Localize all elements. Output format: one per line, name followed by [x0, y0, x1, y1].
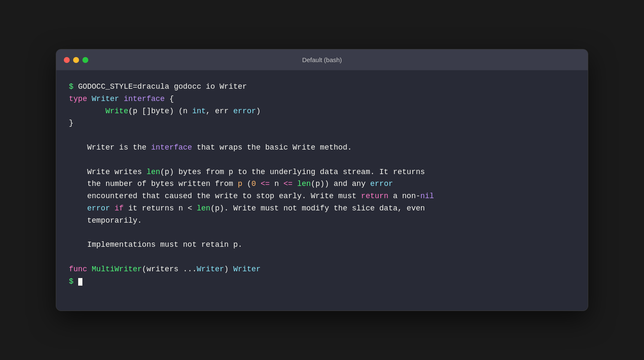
func-return-type: Writer — [233, 265, 261, 273]
doc-if-word: if — [115, 204, 124, 213]
window-title: Default (bash) — [302, 56, 342, 63]
doc-lte-1: <= — [261, 180, 270, 188]
type-writer: Writer — [92, 95, 119, 103]
doc-interface-word: interface — [151, 143, 192, 152]
type-error: error — [233, 107, 256, 115]
method-write: Write — [105, 107, 128, 115]
traffic-lights — [64, 57, 88, 63]
terminal-body[interactable]: $ GODOCC_STYLE=dracula godocc io Writer … — [56, 71, 588, 300]
doc-paren-0: ( — [243, 180, 252, 188]
cursor — [78, 278, 82, 286]
comma-err: , err — [206, 107, 233, 115]
minimize-button[interactable] — [73, 57, 79, 63]
doc-it-returns: it returns n < — [124, 204, 197, 213]
doc-line-3: the number of bytes written from p (0 <=… — [69, 178, 575, 190]
doc-writer-is: Writer is the — [87, 143, 151, 152]
doc-line-4: encountered that caused the write to sto… — [69, 190, 575, 202]
prompt-line: $ — [69, 275, 575, 288]
doc-lte-2: <= — [284, 180, 293, 188]
doc-len-3: len — [196, 204, 210, 213]
code-line-2: Write(p []byte) (n int, err error) — [69, 105, 575, 117]
paren-open: (p []byte) (n — [128, 107, 192, 115]
command-text: GODOCC_STYLE=dracula godocc io Writer — [78, 82, 247, 91]
command-line: $ GODOCC_STYLE=dracula godocc io Writer — [69, 81, 575, 93]
doc-encountered: encountered that caused the write to sto… — [87, 192, 361, 200]
func-line: func MultiWriter(writers ...Writer) Writ… — [69, 263, 575, 275]
paren-close: ) — [256, 107, 261, 115]
keyword-func: func — [69, 265, 87, 273]
doc-n: n — [270, 180, 283, 188]
doc-line-2: Write writes len(p) bytes from p to the … — [69, 166, 575, 178]
doc-line-7: Implementations must not retain p. — [69, 239, 575, 251]
doc-len-p-3: (p). Write must not modify the slice dat… — [210, 204, 425, 213]
doc-space-3 — [110, 204, 115, 213]
doc-line-5: error if it returns n < len(p). Write mu… — [69, 202, 575, 215]
empty-line-2 — [69, 154, 575, 166]
doc-len-2: len — [297, 180, 311, 188]
keyword-interface: interface — [124, 95, 165, 103]
doc-return-word: return — [361, 192, 388, 200]
doc-len-p-2: (p)) and any — [311, 180, 370, 188]
close-button[interactable] — [64, 57, 70, 63]
doc-space-1 — [256, 180, 261, 188]
prompt-dollar-2: $ — [69, 277, 74, 286]
func-param-type: Writer — [196, 265, 224, 273]
keyword-type: type — [69, 95, 87, 103]
brace-open: { — [169, 95, 174, 103]
doc-len-p-1: (p) bytes from p to the underlying data … — [160, 168, 425, 176]
empty-line-3 — [69, 227, 575, 239]
type-int: int — [192, 107, 206, 115]
doc-the-number: the number of bytes written from — [87, 180, 237, 188]
maximize-button[interactable] — [82, 57, 88, 63]
terminal-window: Default (bash) $ GODOCC_STYLE=dracula go… — [56, 49, 588, 311]
doc-len-1: len — [147, 168, 160, 176]
doc-space-2 — [292, 180, 297, 188]
doc-line-1: Writer is the interface that wraps the b… — [69, 142, 575, 154]
code-line-3: } — [69, 117, 575, 129]
doc-error-2: error — [87, 204, 110, 213]
empty-line-1 — [69, 129, 575, 142]
func-close-paren: ) — [224, 265, 233, 273]
func-params: (writers ... — [142, 265, 197, 273]
empty-line-4 — [69, 251, 575, 263]
doc-that-wraps: that wraps the basic Write method. — [192, 143, 352, 152]
doc-a-non: a non- — [388, 192, 420, 200]
doc-temporarily: temporarily. — [87, 216, 142, 225]
title-bar: Default (bash) — [56, 49, 588, 71]
doc-error-word: error — [370, 180, 393, 188]
funcname-multiwriter: MultiWriter — [92, 265, 142, 273]
doc-p-var: p — [238, 180, 243, 188]
doc-line-6: temporarily. — [69, 215, 575, 227]
doc-write-writes: Write writes — [87, 168, 146, 176]
prompt-dollar: $ — [69, 82, 74, 91]
doc-nil-word: nil — [420, 192, 434, 200]
doc-zero: 0 — [251, 180, 256, 188]
brace-close: } — [69, 119, 74, 127]
doc-implementations: Implementations must not retain p. — [87, 240, 242, 249]
code-line-1: type Writer interface { — [69, 93, 575, 105]
